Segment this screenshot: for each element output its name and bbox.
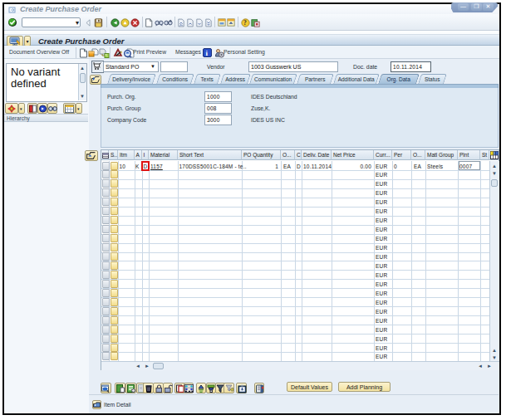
svg-text:?: ? [243,19,247,27]
